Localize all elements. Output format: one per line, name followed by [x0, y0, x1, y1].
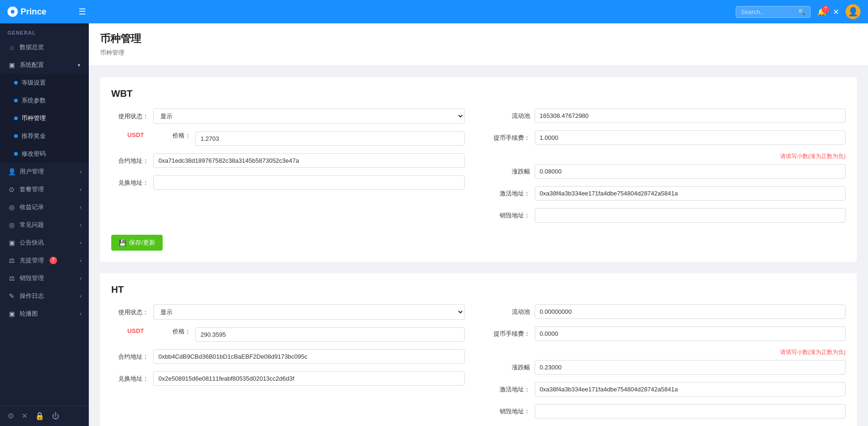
- ht-status-label: 使用状态：: [111, 308, 149, 317]
- sidebar-item-announcements[interactable]: ▣ 公告快讯 ›: [0, 234, 89, 252]
- sidebar-item-carousel[interactable]: ▣ 轮播图 ›: [0, 305, 89, 323]
- wbt-fee-row: 提币手续费：: [493, 130, 846, 145]
- wbt-rise-input[interactable]: [535, 164, 846, 179]
- chevron-right-icon: ›: [80, 276, 81, 281]
- power-bottom-button[interactable]: ⏻: [52, 412, 59, 420]
- ht-exchange-label: 兑换地址：: [111, 375, 149, 383]
- sidebar-label-system-params: 系统参数: [22, 96, 46, 105]
- sidebar-item-operation-log[interactable]: ✎ 操作日志 ›: [0, 287, 89, 305]
- sidebar-item-package-management[interactable]: ⊙ 套餐管理 ›: [0, 181, 89, 198]
- wbt-destroy-input[interactable]: [535, 208, 846, 223]
- chevron-right-icon: ›: [80, 311, 81, 317]
- breadcrumb: 币种管理: [100, 49, 857, 57]
- wbt-activate-input[interactable]: [535, 186, 846, 201]
- notifications-button[interactable]: 🔔 7: [817, 7, 826, 16]
- carousel-icon: ▣: [7, 310, 16, 318]
- sidebar-item-dashboard[interactable]: ⌂ 数据总览: [0, 38, 89, 56]
- system-submenu: 等级设置 系统参数 币种管理 推荐奖金 修改密码: [0, 74, 89, 163]
- chevron-right-icon: ›: [80, 223, 81, 228]
- tools-bottom-button[interactable]: ✕: [22, 412, 28, 420]
- wbt-usdt-label: USDT: [111, 131, 149, 138]
- page-title: 币种管理: [100, 32, 857, 46]
- sidebar-label-system-config: 系统配置: [20, 61, 44, 69]
- app-name: Prince: [21, 7, 46, 17]
- wbt-hint: 请填写小数(涨为正数为负): [493, 152, 846, 160]
- user-icon: 👤: [7, 168, 16, 175]
- ht-rise-input[interactable]: [535, 360, 846, 375]
- sidebar-item-referral-bonus[interactable]: 推荐奖金: [0, 127, 89, 145]
- ht-liquidity-input[interactable]: [535, 304, 846, 319]
- ht-usdt-label: USDT: [111, 327, 149, 334]
- ht-price-input[interactable]: [195, 327, 465, 342]
- wbt-contract-input[interactable]: [153, 153, 465, 168]
- sidebar-label-change-password: 修改密码: [22, 150, 46, 158]
- sidebar-item-income-records[interactable]: ◎ 收益记录 ›: [0, 198, 89, 216]
- sidebar-item-system-config[interactable]: ▣ 系统配置 ▼: [0, 56, 89, 74]
- wbt-status-select[interactable]: 显示 隐藏: [153, 108, 465, 124]
- ht-status-select[interactable]: 显示 隐藏: [153, 304, 465, 320]
- ht-destroy-input[interactable]: [535, 404, 846, 419]
- ht-rise-label: 涨跌幅: [493, 363, 530, 372]
- wbt-destroy-label: 销毁地址：: [493, 211, 530, 220]
- wbt-save-button[interactable]: 💾 保存/更新: [111, 235, 163, 251]
- coin-section-ht: HT 使用状态： 显示 隐藏 USDT 价格：: [100, 273, 857, 426]
- sidebar-item-coin-management[interactable]: 币种管理: [0, 109, 89, 127]
- search-input[interactable]: [741, 8, 795, 15]
- settings-bottom-button[interactable]: ⚙: [7, 412, 14, 420]
- wbt-left-col: 使用状态： 显示 隐藏 USDT 价格： 1.2703 合约: [111, 108, 479, 230]
- ht-exchange-input[interactable]: [153, 371, 465, 386]
- search-box[interactable]: 🔍: [736, 6, 811, 18]
- sidebar-item-destroy-management[interactable]: ⚖ 销毁管理 ›: [0, 269, 89, 287]
- system-icon: ▣: [7, 61, 16, 69]
- wbt-contract-row: 合约地址：: [111, 153, 465, 168]
- recharge-icon: ⚖: [7, 257, 16, 264]
- sidebar-item-faq[interactable]: ◎ 常见问题 ›: [0, 216, 89, 234]
- wbt-price-row: USDT 价格： 1.2703: [111, 131, 465, 146]
- sidebar-label-income-records: 收益记录: [20, 203, 44, 211]
- sidebar-label-operation-log: 操作日志: [20, 292, 44, 300]
- logo-area: Prince: [7, 7, 73, 17]
- coin-section-wbt: WBT 使用状态： 显示 隐藏 USDT 价格：: [100, 77, 857, 262]
- wbt-status-row: 使用状态： 显示 隐藏: [111, 108, 465, 124]
- wbt-right-col: 流动池 提币手续费： 请填写小数(涨为正数为负) 涨跌幅: [479, 108, 846, 230]
- sidebar-label-level-settings: 等级设置: [22, 79, 46, 87]
- chevron-right-icon: ›: [80, 258, 81, 263]
- dot-icon: [14, 152, 18, 156]
- sidebar-label-dashboard: 数据总览: [20, 43, 44, 51]
- wbt-activate-row: 激活地址：: [493, 186, 846, 201]
- ht-destroy-label: 销毁地址：: [493, 407, 530, 416]
- ht-contract-input[interactable]: [153, 349, 465, 364]
- sidebar-item-change-password[interactable]: 修改密码: [0, 145, 89, 163]
- ht-liquidity-label: 流动池: [493, 308, 530, 316]
- log-icon: ✎: [7, 292, 16, 300]
- sidebar-item-system-params[interactable]: 系统参数: [0, 92, 89, 109]
- wbt-fee-input[interactable]: [535, 130, 846, 145]
- wbt-rise-label: 涨跌幅: [493, 167, 530, 176]
- sidebar-label-referral-bonus: 推荐奖金: [22, 132, 46, 140]
- chevron-right-icon: ›: [80, 169, 81, 174]
- wbt-liquidity-input[interactable]: [535, 108, 846, 123]
- ht-activate-label: 激活地址：: [493, 385, 530, 394]
- wbt-liquidity-row: 流动池: [493, 108, 846, 123]
- package-icon: ⊙: [7, 186, 16, 193]
- sidebar-label-package-management: 套餐管理: [20, 185, 44, 194]
- recharge-badge: 7: [50, 257, 57, 264]
- lock-bottom-button[interactable]: 🔒: [35, 412, 44, 420]
- ht-fee-input[interactable]: [535, 326, 846, 341]
- wbt-exchange-input[interactable]: [153, 175, 465, 190]
- sidebar-label-recharge-management: 充提管理: [20, 256, 44, 265]
- wbt-price-input[interactable]: 1.2703: [195, 131, 465, 146]
- chevron-down-icon: ▼: [77, 63, 81, 68]
- sidebar-item-level-settings[interactable]: 等级设置: [0, 74, 89, 92]
- hamburger-button[interactable]: ☰: [79, 7, 86, 17]
- wbt-activate-label: 激活地址：: [493, 189, 530, 198]
- ht-form-container: 使用状态： 显示 隐藏 USDT 价格： 合约地址：: [111, 304, 846, 426]
- ht-rise-row: 涨跌幅: [493, 360, 846, 375]
- ht-fee-row: 提币手续费：: [493, 326, 846, 341]
- ht-activate-input[interactable]: [535, 382, 846, 397]
- close-button[interactable]: ✕: [833, 7, 839, 16]
- sidebar-item-user-management[interactable]: 👤 用户管理 ›: [0, 163, 89, 181]
- sidebar-item-recharge-management[interactable]: ⚖ 充提管理 7 ›: [0, 252, 89, 269]
- wbt-form-container: 使用状态： 显示 隐藏 USDT 价格： 1.2703 合约: [111, 108, 846, 230]
- faq-icon: ◎: [7, 221, 16, 229]
